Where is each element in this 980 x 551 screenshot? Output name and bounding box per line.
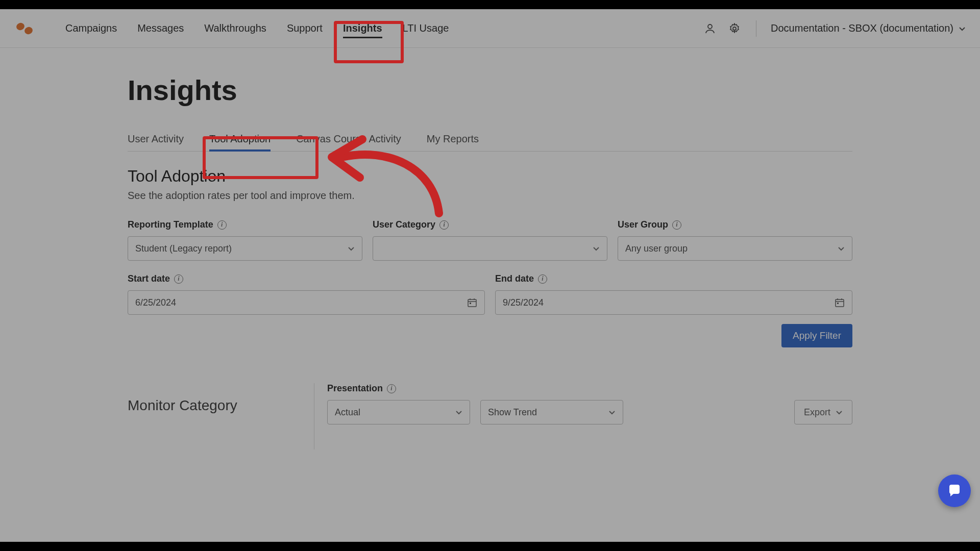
account-label: Documentation - SBOX (documentation) (771, 22, 953, 34)
info-icon[interactable]: i (439, 220, 449, 230)
section-title: Tool Adoption (128, 167, 852, 186)
page-title: Insights (128, 73, 852, 107)
start-date-label: Start date i (128, 273, 485, 284)
user-category-label: User Category i (373, 219, 607, 230)
main-nav: Campaigns Messages Walkthroughs Support … (55, 17, 459, 39)
nav-support[interactable]: Support (277, 17, 333, 39)
vertical-divider (314, 383, 314, 449)
chevron-down-icon (608, 409, 616, 416)
calendar-icon (835, 297, 845, 308)
chevron-down-icon (836, 409, 843, 416)
svg-point-2 (708, 24, 712, 29)
account-switcher[interactable]: Documentation - SBOX (documentation) (771, 22, 966, 34)
info-icon[interactable]: i (538, 274, 547, 284)
svg-rect-9 (836, 299, 844, 307)
info-icon[interactable]: i (672, 220, 681, 230)
svg-point-3 (733, 27, 736, 30)
nav-messages[interactable]: Messages (127, 17, 194, 39)
info-icon[interactable]: i (217, 220, 227, 230)
brand-logo[interactable] (14, 18, 35, 39)
top-navbar: Campaigns Messages Walkthroughs Support … (0, 9, 980, 48)
section-description: See the adoption rates per tool and impr… (128, 190, 852, 202)
gear-icon[interactable] (727, 21, 742, 36)
chat-icon (947, 484, 962, 498)
end-date-label: End date i (495, 273, 852, 284)
monitor-category-heading: Monitor Category (128, 383, 291, 414)
info-icon[interactable]: i (387, 384, 396, 393)
presentation-trend-select[interactable]: Show Trend (480, 400, 623, 424)
logo-icon (14, 18, 35, 39)
presentation-label: Presentation i (327, 383, 852, 394)
end-date-input[interactable]: 9/25/2024 (495, 290, 852, 315)
calendar-icon (467, 297, 477, 308)
svg-rect-4 (468, 299, 476, 307)
svg-rect-13 (837, 303, 839, 304)
svg-point-0 (15, 21, 26, 31)
chevron-down-icon (455, 409, 462, 416)
chevron-down-icon (348, 245, 355, 252)
svg-rect-8 (470, 303, 471, 304)
apply-filter-button[interactable]: Apply Filter (781, 324, 852, 347)
presentation-actual-select[interactable]: Actual (327, 400, 470, 424)
nav-campaigns[interactable]: Campaigns (55, 17, 127, 39)
svg-point-1 (23, 26, 34, 35)
user-group-select[interactable]: Any user group (618, 236, 852, 261)
start-date-input[interactable]: 6/25/2024 (128, 290, 485, 315)
reporting-template-label: Reporting Template i (128, 219, 362, 230)
chevron-down-icon (593, 245, 600, 252)
reporting-template-select[interactable]: Student (Legacy report) (128, 236, 362, 261)
insights-tabs: User Activity Tool Adoption Canvas Cours… (128, 127, 852, 152)
nav-insights[interactable]: Insights (333, 17, 393, 39)
tab-tool-adoption[interactable]: Tool Adoption (209, 127, 271, 151)
info-icon[interactable]: i (174, 274, 183, 284)
user-group-label: User Group i (618, 219, 852, 230)
divider (756, 20, 756, 37)
chevron-down-icon (838, 245, 845, 252)
tab-canvas-course-activity[interactable]: Canvas Course Activity (296, 127, 401, 151)
tab-my-reports[interactable]: My Reports (427, 127, 479, 151)
chevron-down-icon (959, 25, 966, 32)
help-chat-fab[interactable] (938, 474, 971, 507)
nav-lti-usage[interactable]: LTI Usage (393, 17, 459, 39)
user-icon[interactable] (703, 21, 717, 36)
tab-user-activity[interactable]: User Activity (128, 127, 184, 151)
nav-walkthroughs[interactable]: Walkthroughs (194, 17, 277, 39)
user-category-select[interactable] (373, 236, 607, 261)
export-button[interactable]: Export (794, 400, 852, 424)
